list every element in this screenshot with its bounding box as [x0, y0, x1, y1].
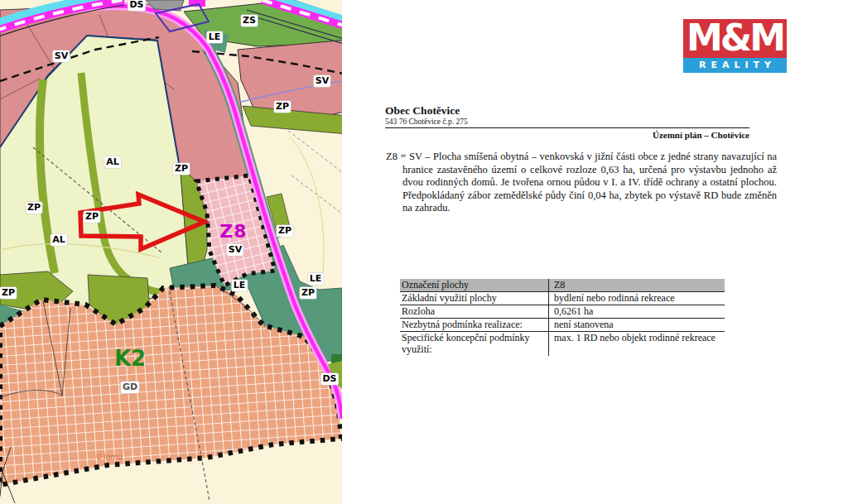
municipality-address: 543 76 Chotěvice č.p. 275 [385, 118, 468, 126]
plot-description: Z8 = SV – Plocha smíšená obytná – venkov… [386, 151, 777, 215]
mm-reality-logo: M&M REALITY [683, 19, 787, 73]
table-row: Rozloha0,6261 ha [400, 305, 725, 319]
plot-table: Označení plochyZ8Základní využití plochy… [400, 279, 725, 356]
table-row: Základní využití plochybydlení nebo rodi… [400, 292, 725, 305]
zoning-map-svg [0, 0, 342, 504]
table-cell-label: Nezbytná podmínka realizace: [400, 319, 549, 331]
table-cell-value: max. 1 RD nebo objekt rodinné rekreace [549, 332, 725, 344]
table-cell-value: bydlení nebo rodinná rekreace [549, 292, 725, 305]
zoning-map: DSZSLESVSVZPALZPZPZPALZPZ8SVLELEZPZPK2GD… [0, 0, 342, 504]
table-cell-value: 0,6261 ha [549, 305, 725, 318]
document-title: Územní plán – Chotěvice [385, 130, 749, 140]
table-cell-value: Z8 [549, 279, 725, 291]
table-row: Označení plochyZ8 [400, 279, 725, 292]
document-panel: M&M REALITY Obec Chotěvice 543 76 Chotěv… [342, 0, 848, 504]
logo-reality-text: REALITY [683, 58, 787, 73]
screenshot: DSZSLESVSVZPALZPZPZPALZPZ8SVLELEZPZPK2GD… [0, 0, 848, 504]
table-cell-label: Označení plochy [400, 279, 549, 291]
logo-mm-text: M&M [683, 19, 787, 58]
table-cell-label: Rozloha [400, 305, 549, 318]
table-cell-label: Specifické koncepční podmínky využití: [400, 332, 549, 356]
header-rule [385, 127, 749, 128]
table-cell-label: Základní využití plochy [400, 292, 549, 305]
table-row: Nezbytná podmínka realizace:není stanove… [400, 319, 725, 332]
municipality-name: Obec Chotěvice [385, 104, 460, 118]
table-row: Specifické koncepční podmínky využití:ma… [400, 332, 725, 356]
table-cell-value: není stanovena [549, 319, 725, 331]
